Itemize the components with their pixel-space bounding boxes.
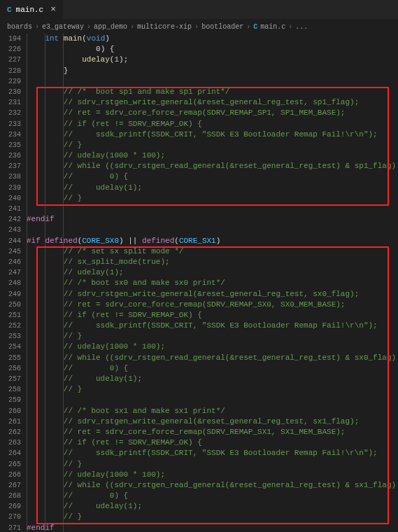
code-line[interactable]: int main(void) xyxy=(27,34,398,44)
line-number: 229 xyxy=(0,76,21,87)
code-line[interactable]: // udelay(1000 * 100); xyxy=(27,150,398,161)
code-editor[interactable]: 1942262272282292302312322332342352362372… xyxy=(0,34,398,532)
line-number: 233 xyxy=(0,119,21,130)
line-number: 194 xyxy=(0,34,21,44)
line-number: 268 xyxy=(0,491,21,501)
breadcrumb[interactable]: boards› e3_gateway› app_demo› multicore-… xyxy=(0,20,398,34)
line-number: 270 xyxy=(0,512,21,522)
code-line[interactable]: // ssdk_printf(SSDK_CRIT, "SSDK E3 Bootl… xyxy=(27,130,398,140)
line-number: 249 xyxy=(0,289,21,300)
code-line[interactable]: // if (ret != SDRV_REMAP_OK) { xyxy=(27,310,398,321)
code-line[interactable]: // /* set sx split mode */ xyxy=(27,246,398,257)
code-line[interactable]: // } xyxy=(27,459,398,470)
line-number: 236 xyxy=(0,150,21,161)
line-number: 244 xyxy=(0,236,21,246)
editor-tab[interactable]: C main.c × xyxy=(0,0,63,19)
line-number: 266 xyxy=(0,470,21,480)
c-file-icon: C xyxy=(253,23,257,31)
code-line[interactable]: #endif xyxy=(27,214,398,225)
line-number: 255 xyxy=(0,353,21,363)
close-icon[interactable]: × xyxy=(50,4,56,15)
crumb[interactable]: multicore-xip xyxy=(137,23,192,31)
line-number: 242 xyxy=(0,214,21,225)
code-line[interactable]: // ret = sdrv_core_force_remap(SDRV_REMA… xyxy=(27,300,398,310)
code-line[interactable]: // 0) { xyxy=(27,363,398,374)
code-line[interactable]: // /* boot sx1 and make sx1 print*/ xyxy=(27,406,398,416)
line-number: 259 xyxy=(0,395,21,405)
line-number: 254 xyxy=(0,342,21,352)
code-line[interactable] xyxy=(27,395,398,405)
code-line[interactable]: // sdrv_rstgen_write_general(&reset_gene… xyxy=(27,416,398,427)
code-line[interactable]: #endif xyxy=(27,523,398,532)
line-number: 261 xyxy=(0,416,21,427)
code-line[interactable]: udelay(1); xyxy=(27,55,398,65)
code-line[interactable]: // ssdk_printf(SSDK_CRIT, "SSDK E3 Bootl… xyxy=(27,448,398,458)
line-number: 252 xyxy=(0,321,21,331)
line-number: 246 xyxy=(0,257,21,267)
line-number: 269 xyxy=(0,501,21,512)
line-number: 245 xyxy=(0,246,21,257)
code-line[interactable]: // sdrv_rstgen_write_general(&reset_gene… xyxy=(27,289,398,300)
code-line[interactable]: // } xyxy=(27,140,398,150)
line-number: 226 xyxy=(0,44,21,55)
crumb[interactable]: e3_gateway xyxy=(42,23,84,31)
line-number: 239 xyxy=(0,183,21,193)
code-line[interactable]: // udelay(1); xyxy=(27,501,398,512)
crumb[interactable]: boards xyxy=(7,23,32,31)
code-line[interactable]: // ssdk_printf(SSDK_CRIT, "SSDK E3 Bootl… xyxy=(27,321,398,331)
code-line[interactable] xyxy=(27,204,398,214)
line-number: 230 xyxy=(0,87,21,97)
crumb[interactable]: app_demo xyxy=(94,23,127,31)
code-line[interactable]: } xyxy=(27,66,398,76)
line-number: 267 xyxy=(0,480,21,491)
chevron-right-icon: › xyxy=(35,23,39,31)
line-number: 240 xyxy=(0,193,21,204)
line-number: 258 xyxy=(0,384,21,395)
code-line[interactable]: // 0) { xyxy=(27,172,398,182)
code-line[interactable]: // if (ret != SDRV_REMAP_OK) { xyxy=(27,438,398,448)
code-line[interactable]: // 0) { xyxy=(27,491,398,501)
code-line[interactable]: // /* boot sx0 and make sx0 print*/ xyxy=(27,278,398,288)
code-line[interactable]: // if (ret != SDRV_REMAP_OK) { xyxy=(27,119,398,130)
code-line[interactable]: // udelay(1000 * 100); xyxy=(27,470,398,480)
code-line[interactable]: // sx_split_mode(true); xyxy=(27,257,398,267)
line-number: 262 xyxy=(0,427,21,438)
line-number: 264 xyxy=(0,448,21,458)
code-line[interactable]: #if defined(CORE_SX0) || defined(CORE_SX… xyxy=(27,236,398,246)
code-line[interactable]: // ret = sdrv_core_force_remap(SDRV_REMA… xyxy=(27,108,398,118)
line-number: 241 xyxy=(0,204,21,214)
code-line[interactable]: // } xyxy=(27,193,398,204)
code-line[interactable]: // } xyxy=(27,384,398,395)
line-number: 237 xyxy=(0,161,21,172)
code-line[interactable] xyxy=(27,76,398,87)
line-number: 256 xyxy=(0,363,21,374)
crumb-trail[interactable]: ... xyxy=(295,23,308,31)
line-number: 232 xyxy=(0,108,21,118)
line-number: 253 xyxy=(0,331,21,342)
code-line[interactable]: // while ((sdrv_rstgen_read_general(&res… xyxy=(27,353,398,363)
code-line[interactable]: // sdrv_rstgen_write_general(&reset_gene… xyxy=(27,97,398,108)
code-line[interactable] xyxy=(27,225,398,235)
line-number: 247 xyxy=(0,267,21,278)
line-number: 243 xyxy=(0,225,21,235)
code-line[interactable]: // ret = sdrv_core_force_remap(SDRV_REMA… xyxy=(27,427,398,438)
code-line[interactable]: // udelay(1); xyxy=(27,183,398,193)
tab-filename: main.c xyxy=(16,6,44,14)
code-content[interactable]: int main(void) 0) { udelay(1); } // /* b… xyxy=(27,34,398,532)
code-line[interactable]: // /* boot sp1 and make sp1 print*/ xyxy=(27,87,398,97)
crumb[interactable]: bootloader xyxy=(201,23,243,31)
code-line[interactable]: // } xyxy=(27,331,398,342)
code-line[interactable]: // while ((sdrv_rstgen_read_general(&res… xyxy=(27,480,398,491)
code-line[interactable]: // } xyxy=(27,512,398,522)
code-line[interactable]: // udelay(1); xyxy=(27,374,398,384)
code-line[interactable]: 0) { xyxy=(27,44,398,55)
crumb-file[interactable]: main.c xyxy=(260,23,285,31)
code-line[interactable]: // udelay(1000 * 100); xyxy=(27,342,398,352)
line-number: 227 xyxy=(0,55,21,65)
line-number: 238 xyxy=(0,172,21,182)
code-line[interactable]: // while ((sdrv_rstgen_read_general(&res… xyxy=(27,161,398,172)
line-number: 248 xyxy=(0,278,21,288)
code-line[interactable]: // udelay(1); xyxy=(27,267,398,278)
chevron-right-icon: › xyxy=(87,23,91,31)
chevron-right-icon: › xyxy=(288,23,292,31)
